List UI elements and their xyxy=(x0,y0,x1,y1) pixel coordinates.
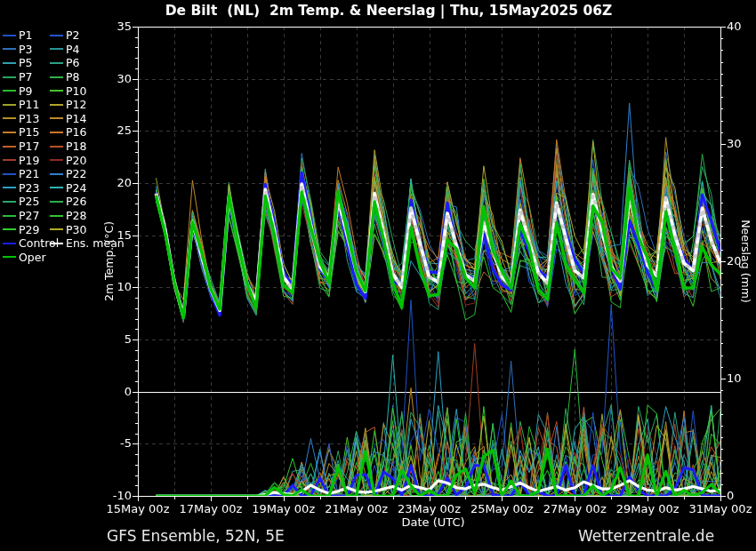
legend-item-p17: P17 xyxy=(3,140,50,153)
right-tick-20: 20 xyxy=(727,254,742,268)
legend-line-swatch xyxy=(50,201,63,203)
footer-model-info: GFS Ensemble, 52N, 5E xyxy=(107,527,285,545)
legend-item-p20: P20 xyxy=(50,154,125,167)
legend-item-p29: P29 xyxy=(3,223,50,236)
legend-line-swatch xyxy=(50,76,63,78)
legend-label: P28 xyxy=(66,209,86,222)
legend-label: P27 xyxy=(19,209,39,222)
left-tick-25: 25 xyxy=(96,124,132,137)
legend-item-p15: P15 xyxy=(3,125,50,139)
left-tick-0: 0 xyxy=(96,385,132,398)
legend-label: P29 xyxy=(19,223,39,236)
legend-label: P17 xyxy=(19,140,39,153)
legend-line-swatch xyxy=(3,117,16,119)
x-tick-25May-00z: 25May 00z xyxy=(470,502,534,515)
legend-line-swatch xyxy=(50,215,63,217)
footer-site-credit: Wetterzentrale.de xyxy=(578,527,714,545)
legend-item-p13: P13 xyxy=(3,112,50,125)
legend-item-p26: P26 xyxy=(50,195,125,208)
legend-label: P9 xyxy=(19,84,33,98)
legend-item-p11: P11 xyxy=(3,98,50,111)
legend-line-swatch xyxy=(3,76,16,78)
legend-line-swatch xyxy=(50,173,63,175)
legend-line-swatch xyxy=(50,48,63,50)
legend-label: P16 xyxy=(66,125,86,139)
legend-item-p23: P23 xyxy=(3,181,50,195)
legend-item-p28: P28 xyxy=(50,209,125,222)
x-tick-23May-00z: 23May 00z xyxy=(398,502,461,515)
left-tick-20: 20 xyxy=(96,176,132,189)
x-tick-21May-00z: 21May 00z xyxy=(325,502,388,515)
legend-item-oper: Oper xyxy=(3,251,50,264)
left-tick-35: 35 xyxy=(96,20,132,33)
legend-line-swatch xyxy=(50,132,63,133)
legend-item-p1: P1 xyxy=(3,28,50,42)
legend-item-p21: P21 xyxy=(3,167,50,180)
legend-label: P3 xyxy=(19,43,33,56)
legend-line-swatch xyxy=(3,256,16,258)
legend-label: P5 xyxy=(19,56,33,69)
legend-label: P13 xyxy=(19,112,39,125)
legend-label: P6 xyxy=(66,56,80,69)
x-tick-29May-00z: 29May 00z xyxy=(616,502,680,515)
legend-item-p18: P18 xyxy=(50,140,125,153)
legend-item-p12: P12 xyxy=(50,98,125,111)
legend-line-swatch xyxy=(3,201,16,203)
legend-line-swatch xyxy=(3,48,16,50)
legend-label: P7 xyxy=(19,70,33,84)
legend-label: P1 xyxy=(19,28,33,42)
x-axis-title: Date (UTC) xyxy=(401,515,464,529)
legend-line-swatch xyxy=(3,132,16,133)
legend-label: P20 xyxy=(66,154,86,167)
legend-line-swatch xyxy=(3,187,16,188)
legend-item-p19: P19 xyxy=(3,154,50,167)
page-title: De Bilt (NL) 2m Temp. & Neerslag | Thu, … xyxy=(165,3,613,19)
legend-line-swatch xyxy=(50,159,63,161)
legend-line-swatch xyxy=(50,117,63,119)
legend-label: P23 xyxy=(19,181,39,195)
legend-label: P10 xyxy=(66,84,86,98)
legend-label: P18 xyxy=(66,140,86,153)
legend-line-swatch xyxy=(3,90,16,92)
legend-item-p27: P27 xyxy=(3,209,50,222)
left-tick--5: -5 xyxy=(96,436,132,450)
legend-label: P19 xyxy=(19,154,39,167)
right-tick-0: 0 xyxy=(727,489,734,502)
legend-item-p10: P10 xyxy=(50,84,125,98)
legend-line-swatch xyxy=(3,243,16,244)
legend-label: P4 xyxy=(66,43,80,56)
legend-label: P24 xyxy=(66,181,86,195)
legend-item-p3: P3 xyxy=(3,43,50,56)
legend-line-swatch xyxy=(3,215,16,217)
legend-item-p9: P9 xyxy=(3,84,50,98)
right-tick-40: 40 xyxy=(727,20,742,33)
legend-label: P11 xyxy=(19,98,39,111)
legend-item-p25: P25 xyxy=(3,195,50,208)
legend-label: P22 xyxy=(66,167,86,180)
legend-label: P21 xyxy=(19,167,39,180)
legend-item-control: Control xyxy=(3,236,50,250)
legend-label: P26 xyxy=(66,195,86,208)
x-tick-27May-00z: 27May 00z xyxy=(543,502,607,515)
right-tick-30: 30 xyxy=(727,137,742,150)
legend-line-swatch xyxy=(50,35,63,36)
legend-item-p7: P7 xyxy=(3,70,50,84)
legend-label: Oper xyxy=(19,251,46,264)
legend-line-swatch xyxy=(50,90,63,92)
legend-label: P30 xyxy=(66,223,86,236)
x-tick-15May-00z: 15May 00z xyxy=(107,502,170,515)
legend-label: P2 xyxy=(66,28,80,42)
legend-line-swatch xyxy=(3,159,16,161)
legend-label: P15 xyxy=(19,125,39,139)
legend-line-swatch xyxy=(3,146,16,148)
legend-line-swatch xyxy=(50,228,63,230)
left-tick-10: 10 xyxy=(96,280,132,293)
left-tick--10: -10 xyxy=(96,489,132,502)
x-tick-17May-00z: 17May 00z xyxy=(179,502,242,515)
legend-label: P25 xyxy=(19,195,39,208)
x-tick-19May-00z: 19May 00z xyxy=(252,502,315,515)
legend-line-swatch xyxy=(50,62,63,64)
legend-item-p4: P4 xyxy=(50,43,125,56)
legend-line-swatch xyxy=(50,243,63,244)
right-tick-10: 10 xyxy=(727,371,742,385)
